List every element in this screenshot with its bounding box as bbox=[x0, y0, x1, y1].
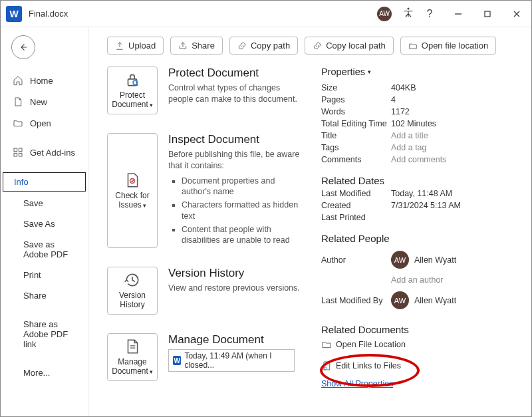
sidebar-item-label: Save as Adobe PDF bbox=[23, 239, 81, 259]
sidebar-item-share-adobe[interactable]: Share as Adobe PDF link bbox=[1, 314, 88, 354]
autosave-version-item[interactable]: W Today, 11:49 AM (when I closed... bbox=[168, 349, 295, 372]
list-item: Content that people with disabilities ar… bbox=[182, 224, 300, 246]
sidebar-item-save[interactable]: Save bbox=[1, 193, 88, 213]
back-button[interactable] bbox=[11, 35, 35, 59]
prop-tags-input[interactable]: Add a tag bbox=[391, 143, 427, 152]
sidebar-item-addins[interactable]: Get Add-ins bbox=[1, 142, 88, 163]
manage-document-section: Manage Document▾ Manage Document W Today… bbox=[107, 333, 300, 381]
sidebar-item-label: More... bbox=[23, 368, 50, 378]
section-heading: Manage Document bbox=[168, 333, 300, 347]
lock-icon bbox=[124, 71, 141, 88]
folder-icon bbox=[321, 339, 332, 350]
manage-doc-icon bbox=[124, 338, 141, 355]
inspect-issues-list: Document properties and author's name Ch… bbox=[168, 176, 300, 246]
properties-panel: Properties▾ Size404KB Pages4 Words1172 T… bbox=[321, 67, 521, 416]
sidebar-item-save-as[interactable]: Save As bbox=[1, 213, 88, 234]
add-author-input[interactable]: Add an author bbox=[391, 275, 444, 285]
prop-key: Size bbox=[321, 83, 391, 92]
chevron-down-icon: ▾ bbox=[150, 368, 153, 375]
prop-key: Pages bbox=[321, 95, 391, 104]
prop-key: Tags bbox=[321, 143, 391, 152]
maximize-button[interactable] bbox=[473, 1, 502, 27]
user-avatar[interactable]: AW bbox=[377, 7, 392, 21]
sidebar-item-info[interactable]: Info bbox=[3, 172, 86, 192]
accessibility-icon[interactable] bbox=[401, 7, 416, 21]
svg-point-15 bbox=[324, 367, 327, 370]
word-info-backstage: W Final.docx AW ? Home New bbox=[0, 0, 532, 417]
svg-rect-6 bbox=[19, 148, 22, 152]
sidebar-item-label: Share bbox=[23, 291, 47, 301]
copy-local-path-button[interactable]: Copy local path bbox=[305, 37, 394, 55]
chevron-down-icon: ▾ bbox=[368, 69, 371, 75]
upload-button[interactable]: Upload bbox=[107, 37, 164, 55]
related-documents-heading: Related Documents bbox=[321, 324, 521, 335]
history-icon bbox=[124, 271, 141, 289]
chevron-down-icon: ▾ bbox=[143, 202, 146, 209]
sidebar-item-open[interactable]: Open bbox=[1, 112, 88, 134]
show-all-properties-link[interactable]: Show All Properties bbox=[321, 379, 393, 388]
links-doc-icon bbox=[321, 360, 332, 371]
sidebar-item-label: Print bbox=[23, 270, 41, 280]
open-folder-icon bbox=[13, 118, 23, 128]
section-description: View and restore previous versions. bbox=[168, 283, 300, 294]
close-button[interactable] bbox=[502, 1, 531, 27]
sidebar-item-share[interactable]: Share bbox=[1, 285, 88, 306]
svg-rect-8 bbox=[19, 153, 22, 156]
manage-document-button[interactable]: Manage Document▾ bbox=[107, 333, 158, 381]
sidebar-item-save-adobe[interactable]: Save as Adobe PDF bbox=[1, 234, 88, 265]
prop-key: Comments bbox=[321, 155, 391, 164]
document-title: Final.docx bbox=[29, 9, 68, 19]
svg-rect-5 bbox=[14, 148, 17, 152]
modified-by-person[interactable]: AW Allen Wyatt bbox=[391, 291, 456, 309]
avatar: AW bbox=[391, 251, 409, 269]
properties-heading[interactable]: Properties▾ bbox=[321, 67, 371, 77]
info-content: Upload Share Copy path Copy local path O… bbox=[88, 27, 531, 416]
sidebar-item-home[interactable]: Home bbox=[1, 70, 88, 91]
prop-title-input[interactable]: Add a title bbox=[391, 131, 428, 140]
inspect-section: Check for Issues▾ Inspect Document Befor… bbox=[107, 133, 300, 248]
open-file-location-link[interactable]: Open File Location bbox=[321, 339, 521, 350]
sidebar-item-label: Open bbox=[30, 118, 51, 128]
protect-document-button[interactable]: Protect Document▾ bbox=[107, 67, 158, 114]
section-heading: Inspect Document bbox=[168, 133, 300, 146]
info-toolbar: Upload Share Copy path Copy local path O… bbox=[107, 37, 521, 55]
sidebar-item-label: Save bbox=[23, 198, 43, 208]
sidebar-item-more[interactable]: More... bbox=[1, 362, 88, 383]
sidebar-item-label: Save As bbox=[23, 219, 55, 229]
section-description: Control what types of changes people can… bbox=[168, 82, 300, 105]
prop-value: 404KB bbox=[391, 83, 416, 92]
help-icon[interactable]: ? bbox=[422, 8, 437, 20]
edit-links-to-files-link[interactable]: Edit Links to Files bbox=[321, 360, 521, 371]
sidebar-item-label: Get Add-ins bbox=[30, 148, 75, 158]
list-item: Characters formatted as hidden text bbox=[182, 200, 300, 221]
sidebar-item-print[interactable]: Print bbox=[1, 265, 88, 285]
copy-path-button[interactable]: Copy path bbox=[229, 37, 298, 55]
section-heading: Protect Document bbox=[168, 67, 300, 80]
prop-value: 1172 bbox=[391, 107, 410, 116]
open-file-location-button[interactable]: Open file location bbox=[400, 37, 496, 55]
backstage-sidebar: Home New Open Get Add-ins Info Save Save… bbox=[1, 27, 88, 416]
sidebar-item-label: Share as Adobe PDF link bbox=[23, 319, 81, 349]
info-sections: Protect Document▾ Protect Document Contr… bbox=[107, 67, 300, 416]
sidebar-item-new[interactable]: New bbox=[1, 91, 88, 112]
section-lead: Before publishing this file, be aware th… bbox=[168, 149, 300, 172]
check-for-issues-button[interactable]: Check for Issues▾ bbox=[107, 133, 158, 248]
author-person[interactable]: AW Allen Wyatt bbox=[391, 251, 456, 269]
prop-value: 102 Minutes bbox=[391, 119, 436, 128]
version-history-button[interactable]: Version History bbox=[107, 267, 158, 315]
share-button[interactable]: Share bbox=[170, 37, 223, 55]
sidebar-item-label: Home bbox=[30, 76, 53, 86]
addins-icon bbox=[13, 147, 23, 158]
prop-key: Total Editing Time bbox=[321, 119, 391, 128]
section-heading: Version History bbox=[168, 267, 300, 280]
sidebar-item-label: New bbox=[30, 97, 47, 107]
prop-comments-input[interactable]: Add comments bbox=[391, 155, 446, 164]
prop-key: Title bbox=[321, 131, 391, 140]
svg-rect-7 bbox=[14, 153, 17, 156]
word-app-icon: W bbox=[6, 6, 22, 22]
protect-section: Protect Document▾ Protect Document Contr… bbox=[107, 67, 300, 114]
word-doc-icon: W bbox=[173, 356, 181, 365]
prop-key: Words bbox=[321, 107, 391, 116]
minimize-button[interactable] bbox=[444, 1, 473, 27]
svg-rect-2 bbox=[485, 11, 490, 17]
